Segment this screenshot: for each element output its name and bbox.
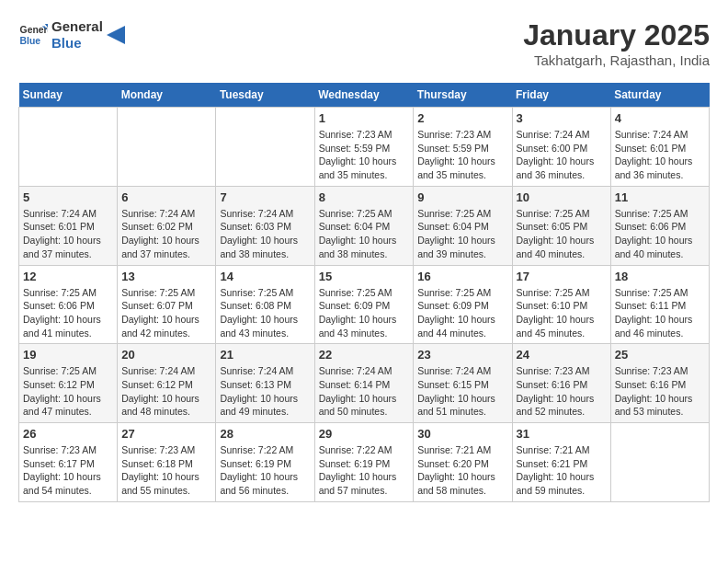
day-number: 22 bbox=[319, 348, 410, 362]
day-number: 10 bbox=[517, 190, 607, 204]
day-cell: 3Sunrise: 7:24 AM Sunset: 6:00 PM Daylig… bbox=[512, 108, 610, 187]
day-number: 25 bbox=[615, 348, 705, 362]
day-number: 15 bbox=[319, 270, 410, 283]
day-cell: 9Sunrise: 7:25 AM Sunset: 6:04 PM Daylig… bbox=[414, 186, 512, 265]
day-info: Sunrise: 7:25 AM Sunset: 6:06 PM Dayligh… bbox=[23, 286, 113, 340]
month-title: January 2025 bbox=[523, 18, 710, 52]
day-number: 16 bbox=[417, 270, 507, 283]
day-cell: 6Sunrise: 7:24 AM Sunset: 6:02 PM Daylig… bbox=[118, 186, 216, 265]
day-info: Sunrise: 7:24 AM Sunset: 6:15 PM Dayligh… bbox=[417, 364, 507, 419]
day-info: Sunrise: 7:23 AM Sunset: 6:18 PM Dayligh… bbox=[121, 443, 211, 498]
day-cell: 22Sunrise: 7:24 AM Sunset: 6:14 PM Dayli… bbox=[314, 344, 414, 423]
day-cell: 4Sunrise: 7:24 AM Sunset: 6:01 PM Daylig… bbox=[610, 108, 709, 187]
day-info: Sunrise: 7:23 AM Sunset: 6:16 PM Dayligh… bbox=[615, 364, 705, 419]
day-number: 24 bbox=[517, 348, 607, 362]
day-info: Sunrise: 7:25 AM Sunset: 6:09 PM Dayligh… bbox=[417, 286, 507, 340]
day-cell bbox=[118, 108, 216, 187]
day-cell: 23Sunrise: 7:24 AM Sunset: 6:15 PM Dayli… bbox=[414, 344, 512, 423]
day-number: 29 bbox=[319, 427, 410, 441]
week-row-1: 1Sunrise: 7:23 AM Sunset: 5:59 PM Daylig… bbox=[19, 108, 710, 187]
logo-icon: General Blue bbox=[18, 20, 48, 50]
day-cell: 24Sunrise: 7:23 AM Sunset: 6:16 PM Dayli… bbox=[512, 344, 610, 423]
week-row-3: 12Sunrise: 7:25 AM Sunset: 6:06 PM Dayli… bbox=[19, 265, 710, 344]
day-cell: 18Sunrise: 7:25 AM Sunset: 6:11 PM Dayli… bbox=[610, 265, 709, 344]
day-info: Sunrise: 7:24 AM Sunset: 6:03 PM Dayligh… bbox=[220, 207, 310, 261]
day-number: 11 bbox=[615, 190, 705, 204]
day-number: 1 bbox=[319, 111, 410, 125]
calendar-table: SundayMondayTuesdayWednesdayThursdayFrid… bbox=[18, 83, 710, 502]
day-cell: 28Sunrise: 7:22 AM Sunset: 6:19 PM Dayli… bbox=[216, 423, 314, 502]
day-number: 30 bbox=[417, 427, 507, 441]
day-cell: 20Sunrise: 7:24 AM Sunset: 6:12 PM Dayli… bbox=[118, 344, 216, 423]
day-number: 27 bbox=[121, 427, 211, 441]
day-info: Sunrise: 7:22 AM Sunset: 6:19 PM Dayligh… bbox=[319, 443, 410, 498]
day-cell bbox=[19, 108, 118, 187]
week-row-4: 19Sunrise: 7:25 AM Sunset: 6:12 PM Dayli… bbox=[19, 344, 710, 423]
day-info: Sunrise: 7:24 AM Sunset: 6:01 PM Dayligh… bbox=[23, 207, 113, 261]
day-cell: 21Sunrise: 7:24 AM Sunset: 6:13 PM Dayli… bbox=[216, 344, 314, 423]
day-cell: 14Sunrise: 7:25 AM Sunset: 6:08 PM Dayli… bbox=[216, 265, 314, 344]
day-cell: 10Sunrise: 7:25 AM Sunset: 6:05 PM Dayli… bbox=[512, 186, 610, 265]
day-info: Sunrise: 7:24 AM Sunset: 6:12 PM Dayligh… bbox=[121, 364, 211, 419]
week-row-5: 26Sunrise: 7:23 AM Sunset: 6:17 PM Dayli… bbox=[19, 423, 710, 502]
weekday-header-friday: Friday bbox=[512, 83, 610, 108]
day-cell: 2Sunrise: 7:23 AM Sunset: 5:59 PM Daylig… bbox=[414, 108, 512, 187]
svg-text:Blue: Blue bbox=[20, 36, 41, 46]
week-row-2: 5Sunrise: 7:24 AM Sunset: 6:01 PM Daylig… bbox=[19, 186, 710, 265]
day-number: 12 bbox=[23, 270, 113, 283]
svg-marker-4 bbox=[107, 26, 125, 44]
day-info: Sunrise: 7:25 AM Sunset: 6:07 PM Dayligh… bbox=[121, 286, 211, 340]
day-cell bbox=[610, 423, 709, 502]
day-cell: 1Sunrise: 7:23 AM Sunset: 5:59 PM Daylig… bbox=[314, 108, 414, 187]
day-number: 14 bbox=[220, 270, 310, 283]
weekday-header-wednesday: Wednesday bbox=[314, 83, 414, 108]
calendar-body: 1Sunrise: 7:23 AM Sunset: 5:59 PM Daylig… bbox=[19, 108, 710, 502]
day-number: 28 bbox=[220, 427, 310, 441]
day-cell: 17Sunrise: 7:25 AM Sunset: 6:10 PM Dayli… bbox=[512, 265, 610, 344]
day-cell: 19Sunrise: 7:25 AM Sunset: 6:12 PM Dayli… bbox=[19, 344, 118, 423]
day-info: Sunrise: 7:24 AM Sunset: 6:00 PM Dayligh… bbox=[517, 128, 607, 182]
day-info: Sunrise: 7:24 AM Sunset: 6:13 PM Dayligh… bbox=[220, 364, 310, 419]
day-cell: 16Sunrise: 7:25 AM Sunset: 6:09 PM Dayli… bbox=[414, 265, 512, 344]
day-number: 26 bbox=[23, 427, 113, 441]
day-cell: 13Sunrise: 7:25 AM Sunset: 6:07 PM Dayli… bbox=[118, 265, 216, 344]
day-cell: 29Sunrise: 7:22 AM Sunset: 6:19 PM Dayli… bbox=[314, 423, 414, 502]
calendar-header: SundayMondayTuesdayWednesdayThursdayFrid… bbox=[19, 83, 710, 108]
day-info: Sunrise: 7:21 AM Sunset: 6:21 PM Dayligh… bbox=[517, 443, 607, 498]
day-cell: 15Sunrise: 7:25 AM Sunset: 6:09 PM Dayli… bbox=[314, 265, 414, 344]
day-number: 8 bbox=[319, 190, 410, 204]
day-number: 5 bbox=[23, 190, 113, 204]
logo-line2: Blue bbox=[51, 35, 103, 52]
weekday-header-tuesday: Tuesday bbox=[216, 83, 314, 108]
day-number: 13 bbox=[121, 270, 211, 283]
day-info: Sunrise: 7:21 AM Sunset: 6:20 PM Dayligh… bbox=[417, 443, 507, 498]
day-info: Sunrise: 7:24 AM Sunset: 6:14 PM Dayligh… bbox=[319, 364, 410, 419]
location: Takhatgarh, Rajasthan, India bbox=[523, 52, 710, 68]
logo-triangle-icon bbox=[107, 26, 125, 44]
day-info: Sunrise: 7:24 AM Sunset: 6:02 PM Dayligh… bbox=[121, 207, 211, 261]
day-number: 21 bbox=[220, 348, 310, 362]
day-number: 7 bbox=[220, 190, 310, 204]
day-cell: 31Sunrise: 7:21 AM Sunset: 6:21 PM Dayli… bbox=[512, 423, 610, 502]
weekday-header-saturday: Saturday bbox=[610, 83, 709, 108]
day-cell: 30Sunrise: 7:21 AM Sunset: 6:20 PM Dayli… bbox=[414, 423, 512, 502]
weekday-row: SundayMondayTuesdayWednesdayThursdayFrid… bbox=[19, 83, 710, 108]
day-info: Sunrise: 7:24 AM Sunset: 6:01 PM Dayligh… bbox=[615, 128, 705, 182]
day-info: Sunrise: 7:23 AM Sunset: 5:59 PM Dayligh… bbox=[417, 128, 507, 182]
weekday-header-monday: Monday bbox=[118, 83, 216, 108]
day-cell: 11Sunrise: 7:25 AM Sunset: 6:06 PM Dayli… bbox=[610, 186, 709, 265]
day-number: 6 bbox=[121, 190, 211, 204]
day-info: Sunrise: 7:25 AM Sunset: 6:11 PM Dayligh… bbox=[615, 286, 705, 340]
day-cell: 27Sunrise: 7:23 AM Sunset: 6:18 PM Dayli… bbox=[118, 423, 216, 502]
day-info: Sunrise: 7:25 AM Sunset: 6:08 PM Dayligh… bbox=[220, 286, 310, 340]
logo-line1: General bbox=[51, 18, 103, 35]
day-info: Sunrise: 7:25 AM Sunset: 6:09 PM Dayligh… bbox=[319, 286, 410, 340]
day-number: 9 bbox=[417, 190, 507, 204]
title-block: January 2025 Takhatgarh, Rajasthan, Indi… bbox=[523, 18, 710, 68]
day-cell: 5Sunrise: 7:24 AM Sunset: 6:01 PM Daylig… bbox=[19, 186, 118, 265]
day-info: Sunrise: 7:25 AM Sunset: 6:04 PM Dayligh… bbox=[417, 207, 507, 261]
day-number: 20 bbox=[121, 348, 211, 362]
day-cell: 7Sunrise: 7:24 AM Sunset: 6:03 PM Daylig… bbox=[216, 186, 314, 265]
day-cell: 12Sunrise: 7:25 AM Sunset: 6:06 PM Dayli… bbox=[19, 265, 118, 344]
day-info: Sunrise: 7:25 AM Sunset: 6:04 PM Dayligh… bbox=[319, 207, 410, 261]
